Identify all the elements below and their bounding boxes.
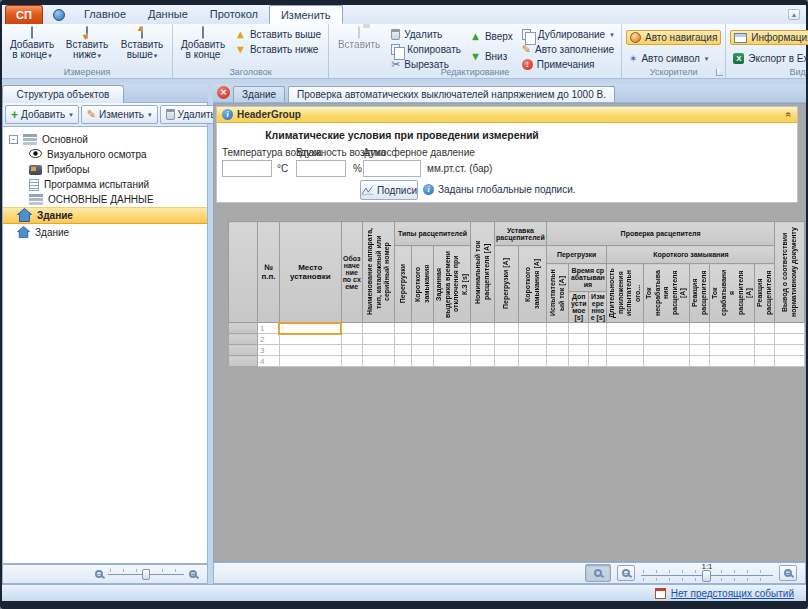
zoom-out-icon[interactable]: −	[95, 570, 103, 578]
document-list-icon	[29, 179, 39, 191]
export-excel-button[interactable]: X Экспорт в Excel	[730, 52, 808, 65]
document-tab-building[interactable]: Здание	[233, 86, 285, 102]
humidity-input[interactable]	[296, 160, 346, 177]
zoom-mode-button[interactable]	[585, 564, 611, 582]
tab-data[interactable]: Данные	[137, 5, 199, 24]
col-reaction-1: Реакция расцепителя	[689, 264, 709, 323]
copy-button[interactable]: Копировать	[388, 43, 464, 56]
collapse-panel-icon[interactable]: «	[784, 112, 795, 118]
ribbon: Добавить в конце▾ ▼ Вставить ниже▾ ▲ Вст…	[2, 24, 806, 79]
col-nominal-current: Номинальный ток расцепителя [А]	[471, 222, 495, 323]
tree-item-building-selected[interactable]: Здание	[3, 207, 207, 224]
paste-button[interactable]: Вставить	[333, 26, 385, 51]
header-insert-above-button[interactable]: ▲ Вставить выше	[232, 28, 324, 41]
zoom-out-button[interactable]: −	[617, 565, 635, 581]
global-signatures-note: i Заданы глобальные подписи.	[423, 184, 576, 195]
slider-thumb[interactable]	[702, 570, 711, 582]
table-row: 1	[229, 323, 805, 334]
corner-header	[229, 222, 258, 323]
house-icon	[17, 208, 32, 224]
selected-cell[interactable]	[279, 323, 341, 334]
tab-protocol[interactable]: Протокол	[199, 5, 269, 24]
col-delay: Заданная выдержка времени отключения при…	[434, 246, 471, 323]
data-info-button[interactable]: Информация о данных.	[730, 30, 808, 45]
move-down-button[interactable]: ▼ Вниз	[467, 50, 516, 63]
signatures-button[interactable]: Подписи	[360, 180, 418, 200]
row-gutter[interactable]	[229, 323, 258, 334]
tree-item-main-data[interactable]: ОСНОВНЫЕ ДАННЫЕ	[3, 192, 207, 207]
pressure-input[interactable]	[363, 160, 421, 177]
move-up-button[interactable]: ▲ Вверх	[467, 30, 516, 43]
table-row: 4	[229, 356, 805, 367]
row-number: 3	[257, 345, 279, 356]
house-icon	[17, 226, 30, 240]
dialog-launcher-icon[interactable]	[716, 69, 723, 76]
magnifier-icon	[594, 569, 602, 577]
row-gutter[interactable]	[229, 345, 258, 356]
group-label: Заголовок	[173, 67, 328, 77]
calendar-icon	[655, 588, 666, 599]
header-group-panel: i HeaderGroup « Климатические условия пр…	[216, 106, 798, 203]
zoom-in-icon[interactable]: +	[189, 570, 197, 578]
table-row: 3	[229, 345, 805, 356]
collapse-expander-icon[interactable]: -	[9, 135, 18, 144]
header-add-at-end-button[interactable]: Добавить в конце	[177, 26, 229, 61]
tree-item-building[interactable]: Здание	[3, 224, 207, 241]
slider-thumb[interactable]	[142, 569, 150, 580]
tree-item-visual-inspection[interactable]: Визуального осмотра	[3, 147, 207, 162]
auto-navigation-icon	[630, 32, 641, 43]
header-insert-below-button[interactable]: ▼ Вставить ниже	[232, 43, 324, 56]
tree-item-devices[interactable]: Приборы	[3, 162, 207, 177]
device-icon	[29, 165, 42, 175]
auto-symbol-icon: ✶	[629, 53, 637, 64]
table-stack-icon	[23, 134, 37, 145]
trash-icon	[391, 29, 400, 40]
insert-above-button[interactable]: ▲ Вставить выше▾	[116, 26, 168, 62]
duplicate-icon	[522, 29, 531, 40]
col-setting-overload: Перегрузки [А]	[495, 246, 519, 323]
quick-access-icon[interactable]	[53, 9, 65, 21]
ribbon-options-icon[interactable]: ▴	[788, 9, 800, 20]
chevron-down-icon: ▾	[48, 52, 52, 59]
col-time-measured: Измеренное [s]	[589, 292, 607, 323]
col-duration: Длительность приложения испытательного..…	[607, 264, 644, 323]
insert-below-button[interactable]: ▼ Вставить ниже▾	[61, 26, 113, 62]
tree-edit-button[interactable]: ✎ Изменить ▾	[81, 105, 158, 124]
header-group-titlebar[interactable]: i HeaderGroup «	[217, 107, 797, 123]
zoom-in-button[interactable]: +	[779, 565, 797, 581]
zoom-slider[interactable]: 1:1	[641, 563, 773, 583]
tree-zoom-bar: − +	[2, 564, 208, 584]
col-reaction-2: Реакция расцепителя	[755, 264, 775, 323]
auto-navigation-button[interactable]: Авто навигация	[626, 30, 721, 45]
row-gutter[interactable]	[229, 356, 258, 367]
tree-item-main[interactable]: - Основной	[3, 132, 207, 147]
pencil-icon: ✎	[87, 109, 96, 120]
temperature-unit: °C	[277, 163, 288, 174]
close-tab-icon[interactable]: ✕	[217, 86, 230, 99]
upcoming-events-link[interactable]: Нет предстоящих событий	[671, 588, 794, 599]
table-add-icon	[31, 26, 33, 39]
up-arrow-icon: ▲	[470, 31, 481, 42]
document-tab-check[interactable]: Проверка автоматических выключателей нап…	[288, 86, 615, 102]
tab-home[interactable]: Главное	[73, 5, 137, 24]
zoom-out-icon: −	[622, 569, 630, 577]
tab-edit[interactable]: Изменить	[269, 5, 343, 24]
duplicate-button[interactable]: Дублирование ▾	[519, 28, 617, 41]
add-at-end-button[interactable]: Добавить в конце▾	[6, 26, 58, 62]
climate-form: Климатические условия при проведении изм…	[217, 123, 797, 202]
document-area: ✕ Здание Проверка автоматических выключа…	[213, 84, 806, 584]
group-release-types: Типы расцепителей	[394, 222, 470, 246]
document-zoom-bar: − 1:1 +	[213, 562, 806, 584]
sidebar-tabstrip: Структура объектов	[2, 84, 208, 103]
col-test-current: Испытательный ток [А]	[546, 264, 569, 323]
tree-zoom-slider[interactable]	[108, 566, 184, 582]
delete-button[interactable]: Удалить	[388, 28, 464, 41]
auto-symbol-button[interactable]: ✶ Авто символ ▾	[626, 52, 721, 65]
col-type-overload: Перегрузки	[394, 246, 412, 323]
temperature-input[interactable]	[222, 160, 272, 177]
tree-add-button[interactable]: + Добавить ▾	[5, 105, 79, 124]
sidebar-title-tab[interactable]: Структура объектов	[2, 85, 124, 103]
row-gutter[interactable]	[229, 334, 258, 345]
application-menu-button[interactable]: СП	[5, 5, 43, 24]
tree-item-test-program[interactable]: Программа испытаний	[3, 177, 207, 192]
